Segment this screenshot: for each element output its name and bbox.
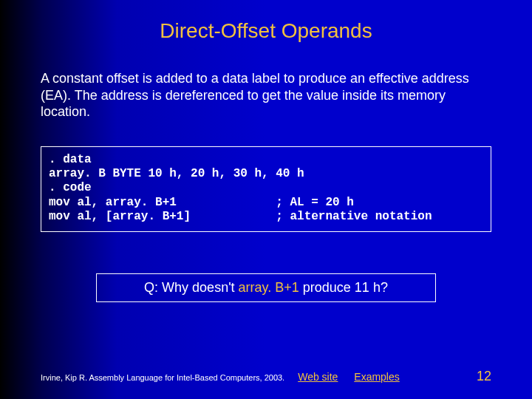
code-line-5-left: mov al, [array. B+1] <box>49 210 191 223</box>
code-line-4-right: ; AL = 20 h <box>276 196 354 209</box>
footer: Irvine, Kip R. Assembly Language for Int… <box>41 369 491 384</box>
footer-credit: Irvine, Kip R. Assembly Language for Int… <box>41 373 284 382</box>
code-line-1: . data <box>49 153 92 166</box>
question-box: Q: Why doesn't array. B+1 produce 11 h? <box>96 273 436 302</box>
link-website[interactable]: Web site <box>298 371 338 383</box>
body-text: A constant offset is added to a data lab… <box>41 70 491 120</box>
link-examples[interactable]: Examples <box>354 371 399 383</box>
code-line-4-left: mov al, array. B+1 <box>49 196 177 209</box>
slide-title: Direct-Offset Operands <box>0 19 532 43</box>
slide: Direct-Offset Operands A constant offset… <box>0 0 532 399</box>
question-suffix: produce 11 h? <box>299 280 388 295</box>
code-line-2: array. B BYTE 10 h, 20 h, 30 h, 40 h <box>49 167 304 180</box>
code-box: . data array. B BYTE 10 h, 20 h, 30 h, 4… <box>41 146 491 232</box>
footer-links: Web site Examples <box>298 371 413 383</box>
page-number: 12 <box>477 369 491 384</box>
question-prefix: Q: Why doesn't <box>144 280 239 295</box>
code-line-3: . code <box>49 181 92 194</box>
code-line-5-right: ; alternative notation <box>276 210 432 223</box>
question-expression: array. B+1 <box>239 280 299 295</box>
